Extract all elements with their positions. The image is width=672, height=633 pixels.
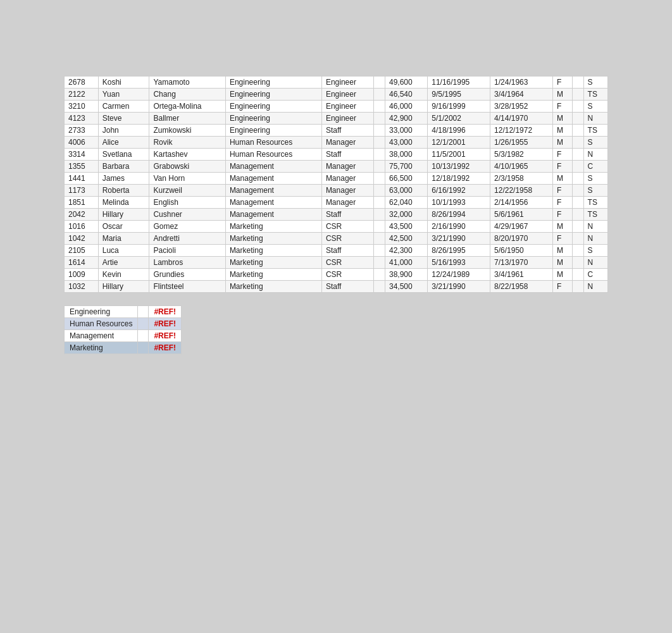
table-row: 1009KevinGrundiesMarketingCSR38,90012/24… [65,269,608,281]
summary-value: #REF! [149,306,182,318]
summary-empty1 [138,342,149,354]
table-row: 3314SvetlanaKartashevHuman ResourcesStaf… [65,149,608,161]
table-row: 1032HillaryFlintsteelMarketingStaff34,50… [65,281,608,293]
summary-dept: Management [65,330,138,342]
table-row: 3210CarmenOrtega-MolinaEngineeringEngine… [65,101,608,113]
summary-dept: Marketing [65,342,138,354]
summary-row: Management#REF! [65,330,182,342]
table-row: 2733JohnZumkowskiEngineeringStaff33,0004… [65,125,608,137]
summary-row: Marketing#REF! [65,342,182,354]
table-row: 2122YuanChangEngineeringEngineer46,5409/… [65,89,608,101]
summary-dept: Engineering [65,306,138,318]
table-row: 1173RobertaKurzweilManagementManager63,0… [65,185,608,197]
summary-value: #REF! [149,318,182,330]
employee-table: 2678KoshiYamamotoEngineeringEngineer49,6… [64,76,608,293]
summary-empty1 [138,318,149,330]
table-row: 1016OscarGomezMarketingCSR43,5002/16/199… [65,221,608,233]
table-row: 1042MariaAndrettiMarketingCSR42,5003/21/… [65,233,608,245]
table-row: 4006AliceRovikHuman ResourcesManager43,0… [65,137,608,149]
table-row: 2105LucaPacioliMarketingStaff42,3008/26/… [65,245,608,257]
table-row: 2042HillaryCushnerManagementStaff32,0008… [65,209,608,221]
table-row: 1851MelindaEnglishManagementManager62,04… [65,197,608,209]
table-row: 4123SteveBallmerEngineeringEngineer42,90… [65,113,608,125]
summary-table: Engineering#REF!Human Resources#REF!Mana… [64,305,182,354]
summary-empty1 [138,306,149,318]
summary-value: #REF! [149,342,182,354]
table-row: 1355BarbaraGrabowskiManagementManager75,… [65,161,608,173]
summary-dept: Human Resources [65,318,138,330]
table-row: 2678KoshiYamamotoEngineeringEngineer49,6… [65,77,608,89]
spreadsheet-container: 2678KoshiYamamotoEngineeringEngineer49,6… [64,76,608,354]
summary-row: Human Resources#REF! [65,318,182,330]
summary-value: #REF! [149,330,182,342]
table-row: 1441JamesVan HornManagementManager66,500… [65,173,608,185]
table-row: 1614ArtieLambrosMarketingCSR41,0005/16/1… [65,257,608,269]
summary-row: Engineering#REF! [65,306,182,318]
summary-empty1 [138,330,149,342]
